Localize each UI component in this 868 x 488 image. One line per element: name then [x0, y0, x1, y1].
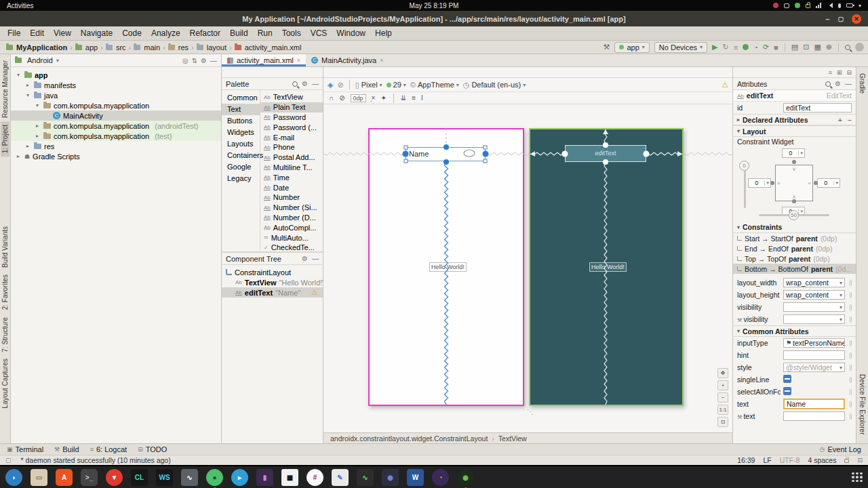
palette-item[interactable]: AbMultiline T...: [260, 163, 323, 173]
gear-icon[interactable]: ⚙: [302, 255, 308, 262]
tab-activity-main-xml[interactable]: activity_main.xml×: [222, 54, 306, 66]
guideline-icon[interactable]: I: [421, 94, 423, 102]
disable-constraints-icon[interactable]: ⊘: [339, 94, 344, 102]
dock-ubuntu-software[interactable]: A: [56, 469, 73, 486]
constraint-anchor-bottom[interactable]: [792, 199, 796, 203]
menu-code[interactable]: Code: [117, 28, 146, 38]
dock-firefox[interactable]: ◔: [432, 469, 449, 486]
dock-system-monitor[interactable]: ∿: [357, 469, 374, 486]
horizontal-bias-value[interactable]: 50: [789, 210, 799, 220]
warning-icon[interactable]: ⚠: [722, 81, 728, 89]
palette-item[interactable]: ≂MultiAuto...: [260, 232, 323, 243]
menu-file[interactable]: File: [3, 28, 25, 38]
clear-constraints-icon[interactable]: ×ֵ: [372, 94, 376, 102]
visibility-select[interactable]: ▾: [783, 302, 845, 312]
section-common-attributes[interactable]: ▾Common Attributes: [733, 325, 856, 337]
editor-list-icon[interactable]: ≡: [829, 69, 832, 76]
design-surface-icon[interactable]: ◈: [328, 81, 333, 89]
run-config-selector[interactable]: app▾: [614, 42, 649, 53]
section-declared-attributes[interactable]: ▸Declared Attributes +−: [733, 114, 856, 125]
zoom-actual-button[interactable]: 1:1: [717, 405, 728, 415]
toolwindow-terminal[interactable]: ▣Terminal: [7, 445, 43, 453]
palette-cat-buttons[interactable]: Buttons: [222, 115, 260, 127]
add-attribute-button[interactable]: +: [838, 116, 842, 124]
toolstrip-favorites[interactable]: 2: Favorites: [1, 271, 9, 313]
locale-menu[interactable]: ◷Default (en-us)▾: [463, 81, 526, 89]
dock-clion[interactable]: CL: [131, 469, 148, 486]
palette-item[interactable]: AbPhone: [260, 142, 323, 152]
profile-avatar[interactable]: [855, 43, 864, 52]
run-menu-icon[interactable]: ≡: [734, 43, 738, 52]
avd-manager-icon[interactable]: ▦: [814, 43, 821, 52]
vertical-bias-slider[interactable]: [744, 166, 746, 208]
section-constraints[interactable]: ▾Constraints: [733, 222, 856, 233]
dock-activity-monitor[interactable]: ∿: [181, 469, 198, 486]
palette-item[interactable]: AbNumber (Si...: [260, 203, 323, 213]
palette-item[interactable]: AbPlain Text: [260, 102, 323, 113]
close-button[interactable]: ✕: [852, 14, 861, 24]
breadcrumb-src[interactable]: src: [104, 43, 128, 52]
palette-item[interactable]: ✓CheckedTe...: [260, 243, 323, 251]
gear-icon[interactable]: ⚙: [835, 80, 841, 87]
constraint-widget[interactable]: 0 0▾ 0▾ 0▾ 0▾ » « ∨ ∧: [733, 147, 856, 222]
palette-cat-layouts[interactable]: Layouts: [222, 138, 260, 150]
toolwindow-switcher-icon[interactable]: ▢: [5, 457, 12, 464]
palette-cat-containers[interactable]: Containers: [222, 150, 260, 161]
orientation-icon[interactable]: ⊘: [337, 81, 343, 89]
palette-item[interactable]: AbNumber: [260, 192, 323, 203]
textview-hello-design[interactable]: Hello World!: [429, 262, 467, 272]
dock-gnome-web[interactable]: ◗: [5, 469, 22, 486]
constraint-anchor-top[interactable]: [792, 160, 796, 164]
activities-button[interactable]: Activities: [7, 2, 33, 9]
menu-help[interactable]: Help: [370, 28, 397, 38]
search-everywhere-icon[interactable]: [845, 45, 850, 50]
component-row-edittext[interactable]: AbeditText"Name"⚠: [222, 287, 323, 298]
hide-panel-icon[interactable]: —: [312, 80, 319, 87]
default-margin-field[interactable]: 0dp: [351, 94, 366, 102]
pack-icon[interactable]: ⇊: [401, 94, 406, 102]
dock-text-editor[interactable]: ✎: [332, 469, 349, 486]
tree-row-java[interactable]: ▾java: [11, 90, 221, 100]
breadcrumb-app[interactable]: app: [73, 43, 100, 52]
hint-input[interactable]: [783, 350, 845, 360]
palette-item[interactable]: AbPostal Add...: [260, 152, 323, 163]
toolstrip-layout-captures[interactable]: Layout Captures: [1, 355, 9, 411]
constraint-row-top[interactable]: Top → TopOfparent(0dp): [733, 253, 856, 264]
zoom-in-button[interactable]: +: [717, 380, 728, 390]
tree-row-res[interactable]: ▸res: [11, 141, 221, 151]
locate-file-icon[interactable]: ◎: [182, 57, 189, 64]
constraint-row-end[interactable]: End → EndOfparent(0dp): [733, 243, 856, 253]
tree-row-app[interactable]: ▾app: [11, 70, 221, 80]
palette-item[interactable]: AbPassword: [260, 113, 323, 123]
theme-menu[interactable]: ©AppTheme▾: [410, 81, 459, 89]
toolstrip-structure[interactable]: 7: Structure: [1, 314, 9, 356]
infer-constraints-icon[interactable]: ✦: [380, 94, 386, 102]
selectallonfocus-checkbox[interactable]: [783, 387, 791, 395]
palette-cat-text[interactable]: Text: [222, 104, 260, 115]
palette-cat-google[interactable]: Google: [222, 161, 260, 173]
readonly-lock-icon[interactable]: [844, 459, 849, 463]
toolwindow-build[interactable]: ⚒Build: [54, 445, 79, 453]
palette-item[interactable]: AbTime: [260, 172, 323, 182]
palette-item[interactable]: AbE-mail: [260, 132, 323, 142]
collapse-all-icon[interactable]: ⇅: [192, 57, 197, 64]
palette-item[interactable]: AbDate: [260, 182, 323, 192]
palette-item[interactable]: AbTextView: [260, 92, 323, 102]
dock-terminal[interactable]: >_: [81, 469, 98, 486]
constraint-anchor-right[interactable]: [814, 181, 818, 185]
dock-android-studio[interactable]: ◉: [457, 469, 474, 486]
menu-edit[interactable]: Edit: [25, 28, 49, 38]
edittext-widget-blueprint[interactable]: editText: [565, 145, 646, 162]
breadcrumb-res[interactable]: res: [166, 43, 191, 52]
device-manager-icon[interactable]: ▤: [791, 43, 798, 52]
tree-row-package[interactable]: ▾com.kompulsa.myapplication: [11, 100, 221, 110]
toolstrip-build-variants[interactable]: Build Variants: [1, 223, 9, 271]
resize-handle[interactable]: ⋱: [527, 408, 534, 415]
breadcrumb-main[interactable]: main: [132, 43, 162, 52]
toolstrip-device-file-explorer[interactable]: Device File Explorer: [858, 371, 867, 438]
dock-webstorm[interactable]: WS: [156, 469, 173, 486]
toolstrip-resource-manager[interactable]: Resource Manager: [1, 57, 9, 121]
hide-panel-icon[interactable]: —: [312, 255, 319, 262]
constraint-anchor-left[interactable]: [770, 181, 774, 185]
toolwindow-todo[interactable]: ⊟TODO: [138, 445, 167, 453]
